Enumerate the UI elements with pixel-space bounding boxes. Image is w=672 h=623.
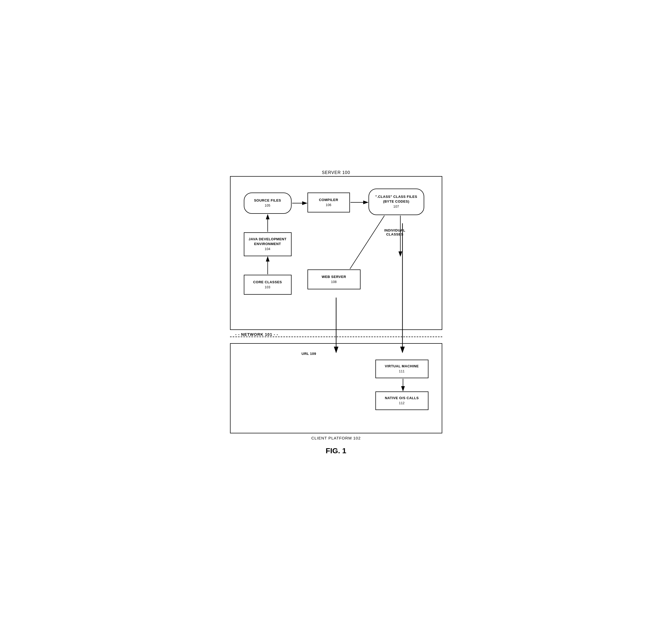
server-label: SERVER 100 [322,170,350,175]
virtual-machine-node: VIRTUAL MACHINE 111 [375,360,429,378]
java-dev-node: JAVA DEVELOPMENT ENVIRONMENT 104 [244,232,292,256]
svg-line-6 [350,216,384,269]
compiler-node: COMPILER 106 [308,192,350,212]
client-arrows-svg [231,344,443,434]
network-section: - - NETWORK 101 - - [230,330,442,343]
core-classes-node: CORE CLASSES 103 [244,275,292,295]
url-label: URL 109 [302,352,316,356]
network-label: - - NETWORK 101 - - [234,332,280,336]
class-files-node: ".CLASS" CLASS FILES (BYTE CODES) 107 [369,188,424,215]
native-os-node: NATIVE O/S CALLS 112 [375,391,429,410]
page-container: SERVER 100 SOURCE FILES 105 COMPILER 106 [217,168,456,455]
client-box: URL 109 VIRTUAL MACHINE 111 NATIVE O/S C… [230,343,442,433]
individual-classes-label: INDIVIDUAL CLASSES [384,228,405,236]
client-label: CLIENT PLATFORM 102 [312,436,361,440]
server-box: SOURCE FILES 105 COMPILER 106 ".CLASS" C… [230,176,442,330]
diagram-area: SERVER 100 SOURCE FILES 105 COMPILER 106 [222,176,450,433]
network-line [230,336,442,337]
source-files-node: SOURCE FILES 105 [244,192,292,214]
web-server-node: WEB SERVER 108 [308,269,360,289]
figure-label: FIG. 1 [217,447,456,455]
